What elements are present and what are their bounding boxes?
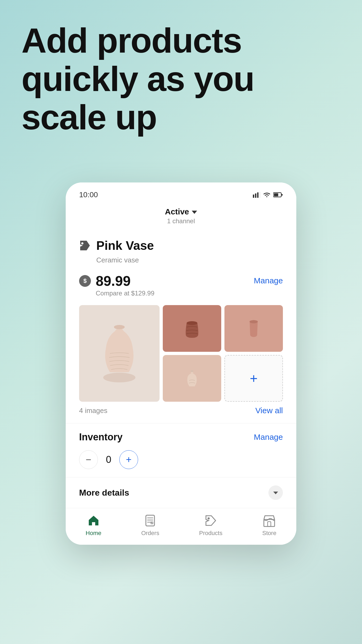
price-manage-button[interactable]: Manage <box>254 276 283 285</box>
svg-rect-13 <box>146 515 154 526</box>
app-header: Active 1 channel <box>66 202 296 233</box>
vase-svg <box>95 319 143 388</box>
wifi-icon <box>263 192 271 198</box>
dollar-icon: $ <box>79 275 91 287</box>
nav-item-products[interactable]: Products <box>199 514 223 537</box>
inventory-header: Inventory Manage <box>79 431 283 443</box>
hero-title: Add products quickly as you scale up <box>21 21 341 137</box>
svg-point-8 <box>103 373 135 382</box>
images-count: 4 images <box>79 407 108 415</box>
hero-section: Add products quickly as you scale up <box>21 21 341 137</box>
add-image-plus-icon: + <box>250 371 257 386</box>
nav-label-orders: Orders <box>141 530 159 537</box>
quantity-value: 0 <box>103 454 114 465</box>
product-subtitle: Ceramic vase <box>96 256 283 264</box>
bottom-navigation: Home Orders Products <box>66 508 296 545</box>
product-content: Pink Vase Ceramic vase $ 89.99 Compare a… <box>66 233 296 477</box>
svg-rect-16 <box>268 522 271 526</box>
images-grid: + <box>79 305 283 402</box>
svg-rect-3 <box>259 192 260 198</box>
status-bar: 10:00 <box>66 182 296 202</box>
nav-label-store: Store <box>262 530 276 537</box>
price-row: $ 89.99 Compare at $129.99 Manage <box>79 274 283 297</box>
view-all-button[interactable]: View all <box>255 406 283 415</box>
quantity-control: − 0 + <box>79 450 283 469</box>
svg-rect-5 <box>274 193 278 196</box>
more-details-toggle[interactable] <box>268 485 283 500</box>
status-icons <box>253 192 283 198</box>
svg-rect-2 <box>257 192 258 198</box>
inventory-manage-button[interactable]: Manage <box>254 433 283 442</box>
add-image-button[interactable]: + <box>224 355 283 402</box>
svg-rect-6 <box>282 194 283 196</box>
price-info: 89.99 Compare at $129.99 <box>96 274 154 297</box>
svg-rect-1 <box>255 193 256 198</box>
nav-label-products: Products <box>199 530 223 537</box>
nav-item-home[interactable]: Home <box>86 514 101 537</box>
svg-rect-0 <box>253 195 254 198</box>
quantity-increase-button[interactable]: + <box>119 450 138 469</box>
chevron-down-icon[interactable] <box>192 211 197 214</box>
orders-icon <box>143 514 157 528</box>
svg-point-12 <box>190 370 194 372</box>
products-icon <box>204 514 218 528</box>
inventory-title: Inventory <box>79 431 123 443</box>
thumb2-svg <box>244 318 263 339</box>
home-icon <box>87 514 101 528</box>
svg-point-10 <box>187 321 197 325</box>
thumb3-svg <box>183 368 201 389</box>
svg-point-11 <box>250 320 258 323</box>
tag-icon <box>79 240 91 251</box>
inventory-section: Inventory Manage − 0 + <box>79 423 283 477</box>
more-details-bar[interactable]: More details <box>66 477 296 508</box>
thumb1-svg <box>183 318 201 339</box>
main-product-image[interactable] <box>79 305 160 402</box>
active-status-row[interactable]: Active <box>79 207 283 216</box>
battery-icon <box>273 192 283 197</box>
nav-item-store[interactable]: Store <box>262 514 276 537</box>
status-time: 10:00 <box>79 191 98 199</box>
price-left: $ 89.99 Compare at $129.99 <box>79 274 154 297</box>
channel-count: 1 channel <box>79 217 283 225</box>
compare-price: Compare at $129.99 <box>96 290 154 297</box>
svg-point-14 <box>208 517 210 519</box>
more-details-label: More details <box>79 488 129 498</box>
product-name: Pink Vase <box>96 238 154 253</box>
thumbnail-1[interactable] <box>163 305 221 352</box>
images-footer: 4 images View all <box>79 406 283 415</box>
thumbnail-3[interactable] <box>163 355 221 402</box>
product-title-row: Pink Vase <box>79 238 283 253</box>
thumbnail-2[interactable] <box>224 305 283 352</box>
svg-point-7 <box>81 242 83 244</box>
svg-point-9 <box>114 325 125 329</box>
phone-mockup: 10:00 Active <box>66 182 296 545</box>
active-label: Active <box>165 207 189 216</box>
quantity-decrease-button[interactable]: − <box>79 450 98 469</box>
images-section: + 4 images View all <box>79 305 283 415</box>
store-icon <box>262 514 276 528</box>
nav-label-home: Home <box>86 530 101 537</box>
nav-item-orders[interactable]: Orders <box>141 514 159 537</box>
chevron-down-icon <box>273 492 278 494</box>
price-value: 89.99 <box>96 274 154 288</box>
signal-icon <box>253 192 260 198</box>
